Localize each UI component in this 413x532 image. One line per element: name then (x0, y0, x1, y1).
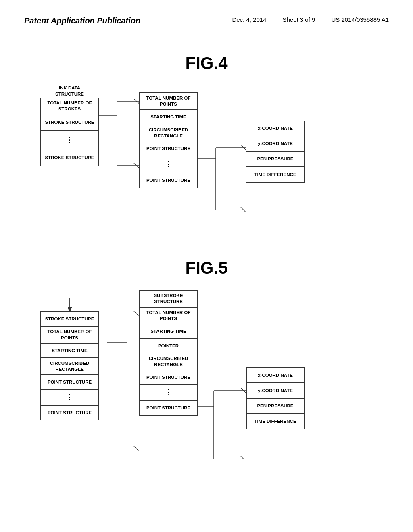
fig4-col2-box: TOTAL NUMBER OFPOINTS STARTING TIME CIRC… (139, 92, 198, 188)
svg-line-10 (241, 145, 246, 150)
fig5-c2-pointer: POINTER (140, 339, 197, 353)
fig5-arrow-spacer (40, 290, 99, 311)
fig5-col1: STROKE STRUCTURE TOTAL NUMBER OFPOINTS S… (40, 290, 99, 420)
fig4-section: FIG.4 (24, 54, 389, 234)
fig5-c2-total-pts: TOTAL NUMBER OFPOINTS (140, 307, 197, 324)
fig5-col1-box: STROKE STRUCTURE TOTAL NUMBER OFPOINTS S… (40, 311, 99, 420)
fig4-diagram: INK DATASTRUCTURE TOTAL NUMBER OFSTROKES… (24, 85, 389, 234)
fig5-c3-pen: PEN PRESSURE (246, 398, 304, 414)
fig4-c2-total-points: TOTAL NUMBER OFPOINTS (140, 93, 197, 110)
fig4-row-strokes: TOTAL NUMBER OFSTROKES (41, 98, 98, 114)
svg-line-24 (241, 388, 246, 393)
fig4-c2-circumscribed: CIRCUMSCRIBEDRECTANGLE (140, 125, 197, 141)
fig5-col2: SUBSTROKESTRUCTURE TOTAL NUMBER OFPOINTS… (139, 290, 198, 416)
fig5-c1-circumscribed: CIRCUMSCRIBEDRECTANGLE (41, 358, 98, 375)
fig5-c1-pt-struct1: POINT STRUCTURE (41, 375, 98, 389)
fig4-c3-pen: PEN PRESSURE (246, 152, 304, 167)
svg-line-5 (134, 163, 139, 168)
page-header: Patent Application Publication Dec. 4, 2… (24, 16, 389, 29)
fig5-diagram: STROKE STRUCTURE TOTAL NUMBER OFPOINTS S… (24, 290, 389, 459)
publication-title: Patent Application Publication (24, 16, 140, 25)
fig4-col1: INK DATASTRUCTURE TOTAL NUMBER OFSTROKES… (40, 85, 99, 166)
fig4-col1-box: TOTAL NUMBER OFSTROKES STROKE STRUCTURE … (40, 98, 99, 166)
fig5-c3-x: x-COORDINATE (246, 368, 304, 383)
fig4-c2-point-struct1: POINT STRUCTURE (140, 141, 197, 156)
fig4-c3-y: y-COORDINATE (246, 136, 304, 152)
svg-line-18 (134, 311, 139, 316)
svg-line-19 (134, 446, 139, 451)
fig5-c2-dots: ⋮ (140, 384, 197, 401)
fig5-c2-start-time: STARTING TIME (140, 324, 197, 339)
header-date: Dec. 4, 2014 (232, 16, 266, 23)
header-right: Dec. 4, 2014 Sheet 3 of 9 US 2014/035588… (232, 16, 389, 23)
svg-line-11 (241, 207, 246, 212)
fig4-col3: x-COORDINATE y-COORDINATE PEN PRESSURE T… (246, 121, 305, 183)
svg-line-4 (134, 99, 139, 104)
fig5-c1-stroke-struct: STROKE STRUCTURE (41, 311, 98, 326)
fig4-c2-dots: ⋮ (140, 156, 197, 172)
fig4-col1-label: INK DATASTRUCTURE (40, 85, 99, 97)
fig5-c1-pt-struct2: POINT STRUCTURE (41, 405, 98, 420)
fig5-c2-pt-struct1: POINT STRUCTURE (140, 370, 197, 384)
fig4-row-stroke-struct2: STROKE STRUCTURE (41, 150, 98, 166)
fig4-title: FIG.4 (24, 54, 389, 73)
fig4-c2-starting-time: STARTING TIME (140, 110, 197, 125)
fig5-c2-substroke: SUBSTROKESTRUCTURE (140, 290, 197, 307)
fig4-col3-box: x-COORDINATE y-COORDINATE PEN PRESSURE T… (246, 121, 305, 183)
fig5-c1-start-time: STARTING TIME (41, 343, 98, 358)
fig5-col2-box: SUBSTROKESTRUCTURE TOTAL NUMBER OFPOINTS… (139, 290, 198, 416)
fig5-c2-circumscribed: CIRCUMSCRIBEDRECTANGLE (140, 353, 197, 370)
svg-line-25 (241, 456, 246, 459)
fig5-col3-box: x-COORDINATE y-COORDINATE PEN PRESSURE T… (246, 367, 305, 429)
fig5-title: FIG.5 (24, 258, 389, 278)
fig4-c2-point-struct2: POINT STRUCTURE (140, 172, 197, 188)
fig5-c1-total-pts: TOTAL NUMBER OFPOINTS (41, 326, 98, 343)
fig4-row-dots1: ⋮ (41, 131, 98, 150)
fig4-c3-x: x-COORDINATE (246, 121, 304, 136)
header-patent: US 2014/0355885 A1 (331, 16, 389, 23)
fig5-c3-time: TIME DIFFERENCE (246, 414, 304, 429)
fig4-c3-time: TIME DIFFERENCE (246, 167, 304, 182)
fig5-section: FIG.5 (24, 258, 389, 459)
fig5-col3: x-COORDINATE y-COORDINATE PEN PRESSURE T… (246, 367, 305, 429)
fig5-c3-y: y-COORDINATE (246, 383, 304, 398)
fig5-c1-dots: ⋮ (41, 389, 98, 405)
fig5-c2-pt-struct2: POINT STRUCTURE (140, 401, 197, 415)
page: Patent Application Publication Dec. 4, 2… (0, 0, 413, 532)
header-sheet: Sheet 3 of 9 (282, 16, 315, 23)
fig4-row-stroke-struct1: STROKE STRUCTURE (41, 114, 98, 131)
fig4-col2: TOTAL NUMBER OFPOINTS STARTING TIME CIRC… (139, 92, 198, 188)
